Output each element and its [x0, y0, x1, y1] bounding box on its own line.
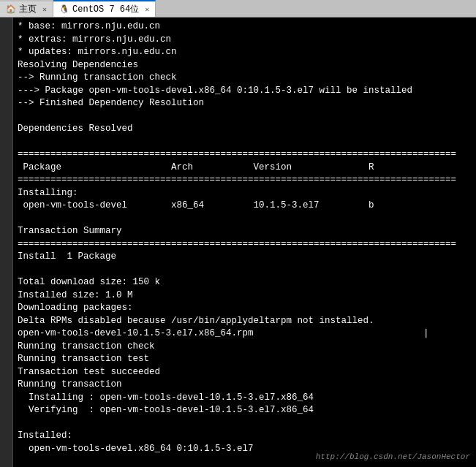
title-bar: 🏠 主页 ✕ 🐧 CentOS 7 64位 ✕ — [0, 0, 476, 18]
side-panel — [0, 18, 13, 467]
watermark: http://blog.csdn.net/JasonHector — [316, 452, 470, 463]
tab-home[interactable]: 🏠 主页 ✕ — [0, 0, 53, 17]
home-icon: 🏠 — [6, 4, 16, 14]
tab-centos-close[interactable]: ✕ — [145, 5, 149, 14]
tab-bar-spacer — [156, 0, 476, 17]
terminal-wrapper: * base: mirrors.nju.edu.cn * extras: mir… — [0, 18, 476, 467]
tab-home-label: 主页 — [19, 3, 37, 15]
terminal[interactable]: * base: mirrors.nju.edu.cn * extras: mir… — [13, 18, 476, 467]
tab-centos-label: CentOS 7 64位 — [72, 3, 139, 15]
tab-centos[interactable]: 🐧 CentOS 7 64位 ✕ — [53, 0, 156, 17]
terminal-output: * base: mirrors.nju.edu.cn * extras: mir… — [18, 20, 472, 467]
tab-home-close[interactable]: ✕ — [42, 5, 47, 14]
linux-icon: 🐧 — [59, 4, 69, 14]
